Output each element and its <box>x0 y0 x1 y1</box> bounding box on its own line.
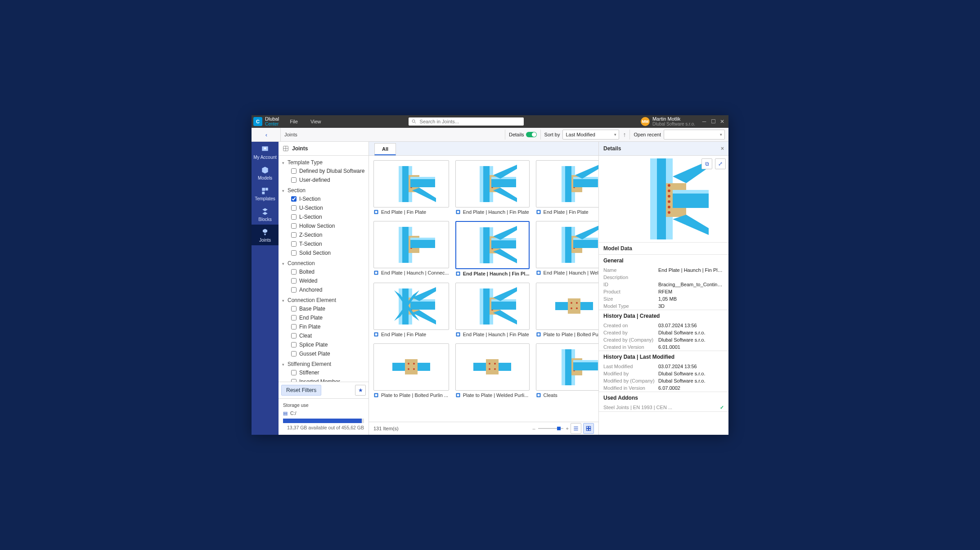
gallery-grid[interactable]: End Plate | Fin PlateEnd Plate | Haunch … <box>369 156 598 422</box>
filter-option[interactable]: User-defined <box>279 176 369 185</box>
gallery-card[interactable]: End Plate | Haunch | Connec... <box>373 221 449 276</box>
filter-option-label: Base Plate <box>299 306 325 312</box>
filter-option[interactable]: Inserted Member <box>279 377 369 382</box>
filter-group-label[interactable]: Section <box>279 186 369 194</box>
open-recent-select[interactable] <box>664 130 725 140</box>
gallery-card[interactable]: End Plate | Fin Plate <box>536 160 598 215</box>
filter-option[interactable]: L-Section <box>279 212 369 221</box>
filter-checkbox[interactable] <box>291 306 297 311</box>
back-button[interactable]: ‹ <box>252 128 281 141</box>
user-block: Martin Motlik Dlubal Software s.r.o. <box>652 117 695 126</box>
sort-by-select[interactable]: Last Modified <box>562 130 619 140</box>
filter-option-label: Bolted <box>299 269 315 275</box>
filter-option[interactable]: Z-Section <box>279 230 369 239</box>
minimize-button[interactable]: ─ <box>700 117 709 126</box>
gallery-card[interactable]: Plate to Plate | Bolted Purlin ... <box>373 343 449 398</box>
svg-rect-13 <box>410 177 435 179</box>
filter-option[interactable]: Fin Plate <box>279 322 369 331</box>
gallery-card[interactable]: Plate to Plate | Bolted Purlin <box>536 283 598 337</box>
filter-checkbox[interactable] <box>291 205 297 211</box>
filter-option[interactable]: Solid Section <box>279 248 369 257</box>
filter-group-label[interactable]: Stiffening Element <box>279 360 369 368</box>
gallery-card[interactable]: Cleats <box>536 343 598 398</box>
filter-option-label: Solid Section <box>299 250 331 256</box>
filter-checkbox[interactable] <box>291 351 297 356</box>
filter-group-label[interactable]: Connection <box>279 259 369 267</box>
search-box[interactable] <box>409 117 524 126</box>
filter-option[interactable]: T-Section <box>279 239 369 248</box>
card-thumb <box>536 160 598 207</box>
zoom-in-icon[interactable]: + <box>566 426 569 431</box>
filter-checkbox[interactable] <box>291 177 297 183</box>
reset-filters-button[interactable]: Reset Filters <box>281 385 321 396</box>
filter-checkbox[interactable] <box>291 241 297 247</box>
filter-option[interactable]: Gusset Plate <box>279 349 369 358</box>
brand-name: Dlubal <box>265 117 279 122</box>
details-toggle[interactable]: Details <box>505 130 540 140</box>
filter-checkbox[interactable] <box>291 333 297 338</box>
filter-checkbox[interactable] <box>291 250 297 256</box>
filter-option[interactable]: Stiffener <box>279 368 369 377</box>
gallery-card[interactable]: End Plate | Haunch | Fin Plate <box>455 283 530 337</box>
maximize-button[interactable]: ☐ <box>709 117 718 126</box>
filter-checkbox[interactable] <box>291 315 297 320</box>
card-caption: End Plate | Haunch | Connec... <box>373 270 449 275</box>
filter-option-label: Defined by Dlubal Software <box>299 168 364 174</box>
gallery-card[interactable]: End Plate | Haunch | Fin Plate <box>455 160 530 215</box>
gallery-card[interactable]: End Plate | Fin Plate <box>373 283 449 337</box>
filter-option[interactable]: Base Plate <box>279 304 369 313</box>
gallery-card[interactable]: End Plate | Fin Plate <box>373 160 449 215</box>
details-section: History Data | Last ModifiedLast Modifie… <box>599 351 728 392</box>
filter-checkbox[interactable] <box>291 342 297 347</box>
close-button[interactable]: ✕ <box>718 117 727 126</box>
filter-option[interactable]: Anchored <box>279 285 369 294</box>
filter-option[interactable]: U-Section <box>279 203 369 212</box>
filter-option[interactable]: End Plate <box>279 313 369 322</box>
sort-direction-icon[interactable]: ↑ <box>623 131 626 138</box>
gallery-card[interactable]: End Plate | Haunch | Fin Pl... <box>455 221 530 276</box>
filter-group-label[interactable]: Template Type <box>279 158 369 167</box>
list-view-button[interactable] <box>571 423 581 434</box>
zoom-control[interactable]: – + <box>532 426 569 431</box>
filter-checkbox[interactable] <box>291 232 297 238</box>
filter-checkbox[interactable] <box>291 223 297 229</box>
tab-all[interactable]: All <box>374 143 396 155</box>
preview-action-1[interactable]: ⧉ <box>701 158 712 169</box>
rail-blocks[interactable]: Blocks <box>252 204 279 225</box>
gallery-card[interactable]: End Plate | Haunch | Welded ... <box>536 221 598 276</box>
filter-group-label[interactable]: Connection Element <box>279 296 369 304</box>
rail-models[interactable]: Models <box>252 162 279 183</box>
filter-checkbox[interactable] <box>291 370 297 375</box>
filter-checkbox[interactable] <box>291 324 297 329</box>
filter-checkbox[interactable] <box>291 278 297 284</box>
user-avatar[interactable]: MM <box>641 117 650 126</box>
menu-view[interactable]: View <box>304 115 328 128</box>
detail-key: Created in Version <box>603 344 658 350</box>
filter-option[interactable]: Welded <box>279 276 369 285</box>
preview-action-2[interactable]: ⤢ <box>715 158 726 169</box>
zoom-out-icon[interactable]: – <box>532 426 535 431</box>
gallery-card[interactable]: Plate to Plate | Welded Purli... <box>455 343 530 398</box>
menu-file[interactable]: File <box>283 115 304 128</box>
filter-option[interactable]: I-Section <box>279 194 369 203</box>
filter-option[interactable]: Bolted <box>279 267 369 276</box>
rail-my-account[interactable]: My Account <box>252 142 279 162</box>
search-input[interactable] <box>419 118 521 125</box>
favorite-filter-button[interactable]: ★ <box>355 385 366 396</box>
svg-rect-66 <box>565 227 571 263</box>
filter-checkbox[interactable] <box>291 168 297 174</box>
filter-option[interactable]: Cleat <box>279 331 369 340</box>
rail-templates[interactable]: Templates <box>252 183 279 204</box>
filter-checkbox[interactable] <box>291 287 297 293</box>
filter-option[interactable]: Splice Plate <box>279 340 369 349</box>
close-details-button[interactable]: × <box>721 145 724 152</box>
filter-checkbox[interactable] <box>291 269 297 275</box>
grid-view-button[interactable] <box>583 423 594 434</box>
filter-checkbox[interactable] <box>291 196 297 202</box>
filter-option[interactable]: Defined by Dlubal Software <box>279 167 369 176</box>
filter-checkbox[interactable] <box>291 214 297 220</box>
filter-option[interactable]: Hollow Section <box>279 221 369 230</box>
rail-joints[interactable]: Joints <box>252 225 279 245</box>
breadcrumb-item[interactable]: Joints <box>284 132 297 137</box>
zoom-slider[interactable] <box>538 428 563 429</box>
